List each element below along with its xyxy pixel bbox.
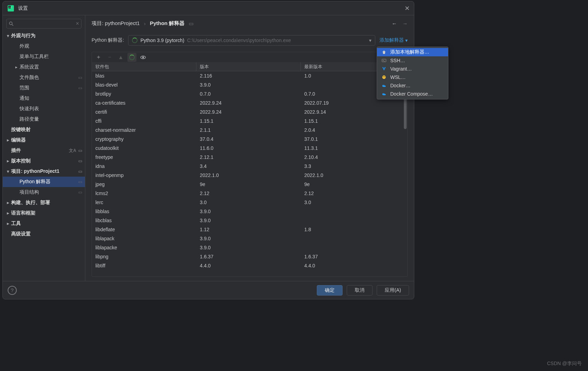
cell-version: 1.6.37 [196,254,301,259]
sidebar-item[interactable]: Python 解释器▭ [3,177,85,187]
cell-package: liblapacke [92,245,196,250]
cell-latest: 2.12 [301,191,403,196]
table-row[interactable]: certifi2022.9.242022.9.14 [92,107,403,116]
table-row[interactable]: libblas3.9.0 [92,207,403,216]
table-row[interactable]: liblapack3.9.0 [92,234,403,243]
docker-icon [381,83,387,88]
apply-button[interactable]: 应用(A) [377,285,409,296]
add-interpreter-link[interactable]: 添加解释器 ▾ [379,37,408,43]
help-button[interactable]: ? [8,286,17,295]
refresh-button[interactable] [127,53,136,62]
table-row[interactable]: ca-certificates2022.9.242022.07.19 [92,98,403,107]
sidebar-item[interactable]: 通知 [3,93,85,104]
cancel-button[interactable]: 取消 [347,285,373,296]
cell-version: 9e [196,182,301,187]
sidebar-item[interactable]: ▸版本控制▭ [3,156,85,166]
table-row[interactable]: lcms22.122.12 [92,189,403,198]
table-row[interactable]: lerc3.03.0 [92,198,403,207]
menu-item[interactable]: Vagrant… [377,65,448,73]
table-row[interactable]: libdeflate1.121.8 [92,225,403,234]
svg-point-10 [383,76,384,77]
svg-rect-14 [383,93,383,94]
chevron-down-icon: ▾ [405,38,408,43]
table-row[interactable]: charset-normalizer2.1.12.0.4 [92,126,403,135]
cell-version: 11.6.0 [196,145,301,151]
nav-forward-icon: → [402,21,408,26]
sidebar-item[interactable]: 路径变量 [3,114,85,124]
nav-back-icon[interactable]: ← [392,21,397,26]
interpreter-combo[interactable]: Python 3.9 (pytorch) C:\Users\peace\.con… [128,35,375,46]
cell-latest: 3.3 [301,163,403,169]
cell-package: libpng [92,254,196,259]
sidebar-item-label: 项目: pythonProject1 [11,168,59,175]
sidebar-item[interactable]: 外观 [3,41,85,51]
sidebar-item[interactable]: ▸语言和框架 [3,208,85,218]
table-row[interactable]: cudatoolkit11.6.011.3.1 [92,144,403,153]
table-row[interactable]: jpeg9e9e [92,180,403,189]
menu-item[interactable]: Docker Compose… [377,90,448,98]
sidebar-item[interactable]: 快速列表 [3,104,85,114]
table-row[interactable]: libtiff4.4.04.4.0 [92,261,403,270]
svg-text:PC: PC [9,6,12,8]
menu-item[interactable]: Docker… [377,81,448,90]
cell-version: 3.9.0 [196,209,301,214]
sidebar-item[interactable]: ▾外观与行为 [3,31,85,41]
table-row[interactable]: cffi1.15.11.15.1 [92,116,403,126]
breadcrumb: 项目: pythonProject1 › Python 解释器 ▭ ← → [92,20,408,27]
sidebar-item[interactable]: 菜单与工具栏 [3,51,85,62]
col-version[interactable]: 版本 [196,62,301,71]
sidebar-item[interactable]: ▸编辑器 [3,135,85,145]
cell-package: intel-openmp [92,172,196,178]
sidebar-item[interactable]: ▸构建、执行、部署 [3,197,85,208]
interpreter-path: C:\Users\peace\.conda\envs\pytorch\pytho… [187,38,291,43]
sidebar-item[interactable]: 项目结构▭ [3,187,85,197]
package-table-header: 软件包 版本 最新版本 [92,62,403,71]
cell-version: 4.4.0 [196,263,301,268]
search-field[interactable] [15,21,76,26]
crumb-project: 项目: pythonProject1 [92,20,140,27]
package-table-wrap: 软件包 版本 最新版本 blas2.1161.0blas-devel3.9.0b… [92,62,408,277]
cell-version: 3.9.0 [196,236,301,241]
sidebar-item[interactable]: 按键映射 [3,124,85,135]
table-row[interactable]: intel-openmp2022.1.02022.1.0 [92,171,403,180]
cell-package: libtiff [92,263,196,268]
col-package[interactable]: 软件包 [92,62,196,71]
add-package-button[interactable]: ＋ [94,53,103,62]
table-row[interactable]: freetype2.12.12.10.4 [92,153,403,162]
sidebar-item[interactable]: 插件文A▭ [3,145,85,156]
watermark: CSDN @李问号 [547,361,582,367]
svg-point-6 [142,56,144,58]
svg-point-9 [382,75,386,79]
menu-item[interactable]: WSL… [377,73,448,81]
table-row[interactable]: cryptography37.0.437.0.1 [92,135,403,144]
cell-package: cryptography [92,136,196,142]
package-table[interactable]: 软件包 版本 最新版本 blas2.1161.0blas-devel3.9.0b… [92,62,403,276]
table-row[interactable]: blas-devel3.9.0 [92,80,403,89]
sidebar-item-label: 插件 [11,147,21,154]
menu-item[interactable]: >_SSH… [377,56,448,65]
table-row[interactable]: idna3.43.3 [92,162,403,171]
search-input[interactable]: × [6,19,81,29]
sidebar-item[interactable]: ▸工具 [3,218,85,229]
table-row[interactable]: libpng1.6.371.6.37 [92,252,403,261]
bookmark-icon: ▭ [78,148,82,153]
sidebar-item-label: 快速列表 [19,106,39,112]
table-row[interactable]: brotlipy0.7.00.7.0 [92,89,403,98]
table-row[interactable]: libcblas3.9.0 [92,216,403,225]
sidebar-item-label: 编辑器 [11,137,26,143]
cell-latest: 1.15.1 [301,118,403,124]
ok-button[interactable]: 确定 [317,285,343,296]
add-interpreter-label: 添加解释器 [379,37,404,43]
menu-item[interactable]: 添加本地解释器… [377,48,448,56]
clear-icon[interactable]: × [76,21,79,27]
table-row[interactable]: liblapacke3.9.0 [92,243,403,252]
close-icon[interactable]: ✕ [405,5,410,12]
package-toolbar: ＋ － ▲ [92,52,408,62]
show-early-releases-button[interactable] [139,53,148,62]
sidebar-item[interactable]: 范围▭ [3,83,85,93]
sidebar-item[interactable]: ▸系统设置 [3,62,85,72]
sidebar-item[interactable]: ▾项目: pythonProject1▭ [3,166,85,177]
sidebar-item[interactable]: 文件颜色▭ [3,72,85,83]
table-row[interactable]: blas2.1161.0 [92,71,403,80]
sidebar-item[interactable]: 高级设置 [3,229,85,239]
